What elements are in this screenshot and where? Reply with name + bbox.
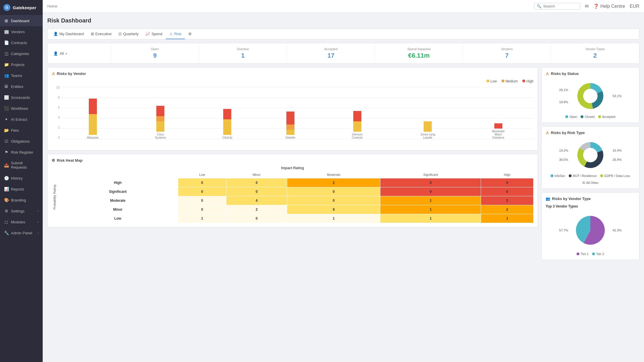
bar-segment	[89, 99, 97, 114]
scorecards-icon: ⬜	[4, 95, 9, 100]
hm-cell: 0	[481, 178, 534, 187]
sidebar-item-risk-register[interactable]: ⚑Risk Register	[0, 147, 43, 158]
bar-stack	[286, 112, 294, 135]
sidebar-item-modules[interactable]: ◻Modules›	[0, 216, 43, 227]
sidebar-item-projects[interactable]: 📁Projects	[0, 59, 43, 70]
sidebar-label-files: Files	[11, 128, 19, 133]
legend-item: Closed	[581, 115, 594, 118]
header-right: 🔍 ✉ ❓ Help Centre EUR	[534, 3, 639, 10]
ai-extract-icon: ✦	[4, 117, 9, 122]
sidebar-item-files[interactable]: 📂Files	[0, 125, 43, 136]
search-input[interactable]	[543, 4, 578, 8]
hm-cell: 0	[178, 178, 226, 187]
type-donut-wrapper: 19.2% 38.5% 15.4% 26.9%	[546, 138, 635, 172]
bar-stack	[156, 106, 164, 132]
sidebar-item-teams[interactable]: 👥Teams	[0, 70, 43, 81]
history-icon: 🕐	[4, 176, 9, 180]
filter-cell[interactable]: 👤 All ›	[48, 43, 111, 63]
tab-executive[interactable]: ⊞Executive	[87, 29, 115, 39]
risk-tab-label: Risk	[174, 32, 181, 36]
header: Home 🔍 ✉ ❓ Help Centre EUR	[43, 0, 644, 13]
sidebar-item-submit-requests[interactable]: 📤Submit Requests	[0, 158, 43, 173]
main-content: Home 🔍 ✉ ❓ Help Centre EUR Risk Dashboar…	[43, 0, 644, 362]
hm-col-header: High	[481, 171, 534, 178]
workflows-icon: ⬛	[4, 106, 9, 111]
sidebar-label-risk-register: Risk Register	[11, 150, 33, 154]
stat-overdue-label: Overdue	[205, 47, 281, 51]
bar-segment	[223, 109, 231, 119]
donut-segment	[577, 148, 587, 166]
sidebar-item-vendors[interactable]: 🏢Vendors	[0, 26, 43, 37]
mail-icon[interactable]: ✉	[585, 3, 589, 9]
sidebar-item-dashboard[interactable]: ⊞Dashboard	[0, 15, 43, 26]
hm-row-label: Minor	[58, 205, 178, 214]
legend-text: Closed	[585, 115, 594, 118]
legend-item: InfoSec	[551, 174, 565, 178]
sidebar-item-settings[interactable]: ⚙Settings›	[0, 205, 43, 216]
bar-group: Johnson Controls	[349, 111, 366, 139]
bar-chart: 0246810AtlassianCisco SystemsClickUpDelo…	[52, 86, 534, 146]
heatmap-table: LowMinorModerateSignificantHighHigh00200…	[57, 171, 534, 223]
tab-spend[interactable]: 📈Spend	[142, 29, 166, 39]
sidebar-item-contracts[interactable]: 📄Contracts	[0, 37, 43, 48]
risk-tab-icon: ⚠	[169, 32, 173, 36]
sidebar-item-entities[interactable]: 🏛Entities	[0, 81, 43, 92]
sidebar-item-reports[interactable]: 📊Reports	[0, 184, 43, 195]
type-legend: InfoSecBCP / ResilienceGDPR / Data LossA…	[546, 174, 635, 184]
bar-segment	[494, 123, 502, 129]
legend-item: Tier 2	[592, 252, 604, 256]
status-legend: OpenClosedAccepted	[546, 115, 635, 118]
projects-icon: 📁	[4, 62, 9, 67]
legend-text: BCP / Resilience	[573, 174, 596, 178]
sidebar-label-branding: Branding	[11, 198, 26, 202]
hm-cell: 1	[178, 214, 226, 223]
sidebar-item-branding[interactable]: 🎨Branding	[0, 195, 43, 205]
search-box[interactable]: 🔍	[534, 3, 580, 10]
bar-segment	[353, 121, 361, 132]
legend-text: GDPR / Data Loss	[604, 174, 630, 178]
sidebar-item-scorecards[interactable]: ⬜Scorecards	[0, 92, 43, 103]
tab-settings[interactable]: ⚙	[185, 29, 197, 39]
tab-quarterly[interactable]: ⊡Quarterly	[115, 29, 142, 39]
filter-icon: 👤	[53, 51, 58, 56]
sidebar-label-reports: Reports	[11, 187, 24, 191]
sidebar-item-obligations[interactable]: ☑Obligations	[0, 136, 43, 147]
stat-accepted: Accepted 17	[287, 43, 375, 63]
stat-spend: Spend Impacted €6.11m	[375, 43, 463, 63]
hm-row-label: Significant	[58, 187, 178, 196]
stat-open-label: Open	[117, 47, 193, 51]
sidebar-item-ai-extract[interactable]: ✦AI Extract	[0, 114, 43, 125]
bar-label: Alexander Mann Solutions	[490, 130, 507, 139]
page-content: Risk Dashboard 👤My Dashboard⊞Executive⊡Q…	[43, 13, 644, 362]
settings-tab-icon: ⚙	[188, 32, 192, 36]
help-icon[interactable]: ❓ Help Centre	[593, 3, 625, 9]
legend-text: Accepted	[602, 115, 615, 118]
tab-my-dashboard[interactable]: 👤My Dashboard	[50, 29, 87, 39]
sidebar-item-categories[interactable]: ◫Categories	[0, 48, 43, 59]
contracts-icon: 📄	[4, 40, 9, 45]
sidebar-item-admin-panel[interactable]: 🔧Admin Panel›	[0, 227, 43, 238]
legend-item: Accepted	[598, 115, 615, 118]
left-column: ⚠ Risks by Vendor Low Medium High 024681…	[47, 67, 538, 260]
status-pct-right: 53.1%	[613, 94, 622, 98]
bar-segment	[424, 121, 432, 132]
hm-cell: 0	[380, 178, 481, 187]
my-dashboard-tab-label: My Dashboard	[59, 32, 84, 36]
bar-stack	[424, 121, 432, 132]
sidebar-label-modules: Modules	[11, 220, 25, 224]
bar-label: Jones Lang Lasalle	[419, 133, 436, 139]
tab-risk[interactable]: ⚠Risk	[166, 29, 185, 39]
donut-segment	[584, 150, 603, 168]
vendor-type-pct-42: 42.3%	[613, 229, 622, 232]
bar-group: Deloitte	[286, 112, 295, 139]
sidebar-item-history[interactable]: 🕐History	[0, 173, 43, 184]
sidebar-label-history: History	[11, 176, 22, 180]
hm-cell: 0	[287, 187, 380, 196]
sidebar-item-workflows[interactable]: ⬛Workflows	[0, 103, 43, 114]
vendor-type-title: 👥 Risks by Vendor Type	[546, 197, 635, 201]
vendor-type-pct-57: 57.7%	[559, 229, 568, 232]
currency-selector[interactable]: EUR	[630, 4, 639, 9]
bars-wrapper: AtlassianCisco SystemsClickUpDeloitteJoh…	[60, 86, 534, 139]
bar-stack	[353, 111, 361, 132]
bar-y-axis: 0246810	[52, 86, 60, 139]
